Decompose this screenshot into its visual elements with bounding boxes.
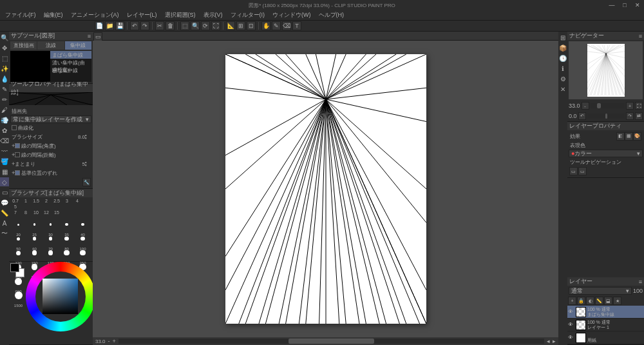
brush-size-dot[interactable]: 170 [43, 246, 59, 260]
brush-size-dot[interactable]: 35 [59, 217, 75, 232]
prop-bundle-value[interactable]: 5 [70, 161, 85, 167]
brush-size-preset[interactable]: 8 [21, 210, 31, 216]
layer-opacity-value[interactable]: 100 [633, 288, 643, 294]
toolnav-item-icon[interactable]: ▭ [578, 167, 587, 175]
canvas-viewport[interactable] [93, 41, 558, 337]
toolbar-snap-icon[interactable]: ⊡ [247, 21, 256, 30]
subtool-item-dense[interactable]: 密な集中線 [50, 66, 91, 74]
brush-size-dot[interactable]: 150 [26, 246, 43, 260]
menu-view[interactable]: 表示(V) [201, 11, 225, 19]
tool-figure-icon[interactable]: ◇ [0, 177, 9, 186]
toolbar-open-icon[interactable]: 📁 [105, 21, 114, 30]
navigator-preview[interactable] [569, 41, 643, 99]
brush-size-preset[interactable]: 1 [21, 199, 31, 204]
tool-magnify-icon[interactable]: 🔍 [0, 33, 9, 42]
toolbar-eraser-icon[interactable]: ⌫ [282, 21, 291, 30]
effect-tone-icon[interactable]: ▦ [625, 132, 633, 141]
tool-move-icon[interactable]: ✥ [0, 43, 9, 52]
prop-brushsize-value[interactable]: 8.0 [70, 134, 85, 140]
maximize-button[interactable]: □ [621, 2, 629, 8]
layer-ref-icon[interactable]: ★ [613, 297, 621, 305]
canvas-page[interactable] [225, 54, 426, 324]
brush-size-preset[interactable]: 4 [72, 199, 82, 204]
tool-frame-icon[interactable]: ▭ [0, 188, 9, 197]
layer-thumbnail[interactable] [576, 333, 586, 343]
menu-window[interactable]: ウィンドウ(W) [270, 11, 314, 19]
dock-close-icon[interactable]: ✕ [558, 84, 567, 94]
prop-dist-toggle[interactable] [15, 152, 20, 157]
toolbar-rotate-icon[interactable]: ⟳ [201, 21, 210, 30]
brush-size-preset[interactable]: 15 [52, 210, 62, 216]
stepper-down[interactable]: ▾ [85, 137, 90, 140]
tool-text-icon[interactable]: A [0, 219, 9, 228]
menu-animation[interactable]: アニメーション(A) [68, 11, 122, 19]
nav-rotate-right-icon[interactable]: ↷ [626, 112, 634, 120]
brush-size-preset[interactable]: 7 [10, 210, 21, 216]
dock-quick-icon[interactable]: ⊞ [558, 33, 567, 42]
toolbar-grid-icon[interactable]: ⊞ [236, 21, 245, 30]
toolbar-new-icon[interactable]: 📄 [95, 21, 104, 30]
dock-auto-icon[interactable]: ⚙ [558, 74, 567, 83]
brush-size-dot[interactable]: 20 [10, 217, 26, 232]
menu-file[interactable]: ファイル(F) [3, 11, 39, 19]
subtool-tab-focus[interactable]: 集中線 [65, 41, 91, 50]
toolnav-item-icon[interactable]: ▭ [569, 167, 578, 175]
scroll-left-icon[interactable]: ◂ [547, 338, 550, 344]
subtool-tab-stream[interactable]: 流線 [37, 41, 64, 50]
color-swatches[interactable] [10, 263, 24, 277]
layer-mask-icon[interactable]: ◐ [586, 297, 594, 305]
effect-border-icon[interactable]: ◧ [616, 132, 625, 141]
layerprop-color-dropdown[interactable]: ●カラー▾ [569, 150, 643, 157]
scroll-right-icon[interactable]: ▸ [553, 338, 556, 344]
tab-document-icon[interactable]: ▭ [93, 32, 102, 41]
brush-size-dot[interactable]: 250 [75, 246, 91, 260]
layer-ruler-icon[interactable]: 📏 [595, 297, 603, 305]
nav-angle-value[interactable]: 0.0 [569, 113, 577, 119]
brush-size-preset[interactable]: 10 [31, 210, 41, 216]
prop-drawto-dropdown[interactable]: 常に集中線レイヤーを作成▾ [10, 115, 91, 123]
nav-zoom-value[interactable]: 33.0 [569, 103, 580, 109]
toolbar-redo-icon[interactable]: ↷ [140, 21, 149, 30]
nav-zoom-slider[interactable] [591, 103, 625, 108]
brush-size-dot[interactable]: 60 [26, 232, 43, 246]
stepper-down[interactable]: ▾ [85, 164, 90, 167]
toolbar-hand-icon[interactable]: ✋ [261, 21, 270, 30]
fg-color-swatch[interactable] [10, 263, 19, 272]
brush-size-dot[interactable]: 30 [43, 217, 59, 232]
effect-color-icon[interactable]: 🎨 [633, 132, 641, 141]
menu-filter[interactable]: フィルター(I) [228, 11, 268, 19]
brush-size-dot[interactable]: 200 [59, 246, 75, 260]
dock-info-icon[interactable]: ℹ [558, 64, 567, 73]
layer-visibility-icon[interactable]: 👁 [568, 309, 574, 315]
brush-size-dot[interactable]: 100 [75, 232, 91, 246]
brush-size-dot[interactable]: 80 [59, 232, 75, 246]
nav-zoom-out-icon[interactable]: - [582, 102, 589, 110]
menu-help[interactable]: ヘルプ(H) [316, 11, 347, 19]
layer-clip-icon[interactable]: ⬓ [604, 297, 612, 305]
brush-size-dot[interactable]: 70 [43, 232, 59, 246]
blend-mode-dropdown[interactable]: 通常▾ [569, 287, 632, 295]
layer-thumbnail[interactable] [576, 320, 586, 330]
subtool-tab-direct[interactable]: 直接描画 [10, 41, 37, 50]
dock-material-icon[interactable]: 📦 [558, 43, 567, 52]
menu-edit[interactable]: 編集(E) [41, 11, 66, 19]
zoom-in-icon[interactable]: + [113, 338, 116, 344]
tool-balloon-icon[interactable]: 💬 [0, 198, 9, 207]
tool-wand-icon[interactable]: ✨ [0, 64, 9, 73]
toolbar-pen-icon[interactable]: ✎ [272, 21, 281, 30]
prop-angle-toggle[interactable] [15, 143, 20, 148]
layer-visibility-icon[interactable]: 👁 [568, 335, 574, 340]
toolbar-select-icon[interactable]: ⬚ [180, 21, 189, 30]
toolprop-wrench-icon[interactable]: 🔧 [82, 178, 91, 186]
zoom-readout[interactable]: 33.0 [95, 339, 106, 344]
close-button[interactable]: ✕ [634, 2, 641, 8]
tool-gradient-icon[interactable]: ▦ [0, 167, 9, 176]
menu-layer[interactable]: レイヤー(L) [124, 11, 160, 19]
tool-airbrush-icon[interactable]: 💨 [0, 115, 9, 124]
nav-angle-slider[interactable] [587, 113, 625, 119]
nav-flip-icon[interactable]: ⇄ [635, 112, 643, 120]
brush-size-preset[interactable]: 1.5 [31, 199, 41, 204]
brush-size-dot[interactable]: 120 [10, 246, 26, 260]
brush-size-preset[interactable]: 12 [41, 210, 52, 216]
dock-history-icon[interactable]: 🕓 [558, 54, 567, 63]
